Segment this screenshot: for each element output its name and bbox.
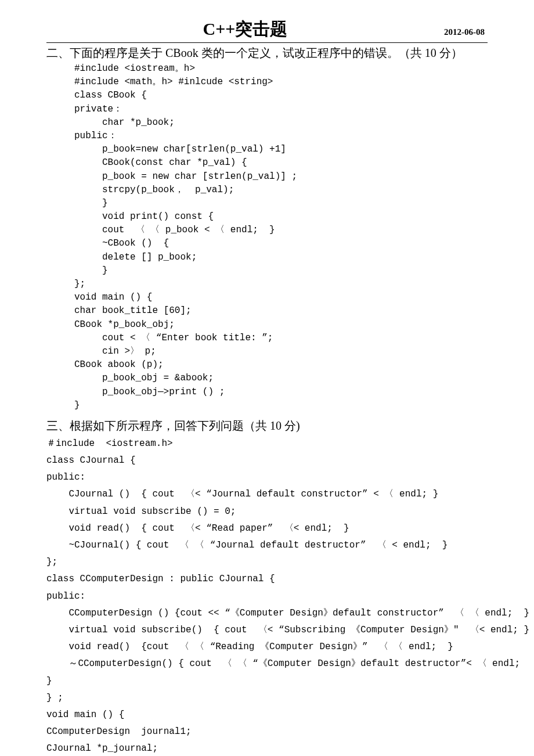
section-2-code: #include <iostream。h> #include <math。h> … — [46, 62, 488, 412]
section-3-code: ＃include <iostream.h> class CJournal { p… — [46, 437, 488, 756]
code-line: void read() { cout 〈< “Read paper” 〈< en… — [46, 522, 488, 535]
code-line: ~CBook () { — [46, 237, 488, 250]
code-line: virtual void subscribe () = 0; — [46, 505, 488, 519]
code-line: ~CJournal() { cout 〈 〈 “Journal default … — [46, 539, 488, 552]
code-line: CComputerDesign () {cout << “《Computer D… — [46, 607, 488, 620]
code-line: private： — [46, 103, 488, 116]
code-line: } — [46, 197, 488, 210]
code-line: p_book = new char [strlen(p_val)] ; — [46, 170, 488, 183]
code-line: } — [46, 264, 488, 278]
code-line: class CJournal { — [46, 454, 488, 467]
code-line: strcpy(p_book， p_val); — [46, 183, 488, 197]
page-title: C++突击题 — [46, 17, 444, 41]
code-line: public: — [46, 471, 488, 484]
code-line: char *p_book; — [46, 116, 488, 129]
code-line: void read() {cout 〈 〈 “Reading 《Computer… — [46, 640, 488, 654]
section-2-heading: 二、下面的程序是关于 CBook 类的一个定义，试改正程序中的错误。（共 10 … — [46, 45, 488, 61]
code-line: CJournal () { cout 〈< “Journal default c… — [46, 488, 488, 501]
section-3-heading: 三、根据如下所示程序，回答下列问题（共 10 分) — [46, 418, 488, 434]
code-line: ～CComputerDesign() { cout 〈 〈 “《Computer… — [46, 657, 488, 671]
code-line: #include <math。h> #inlcude <string> — [46, 75, 488, 89]
code-line: CBook(const char *p_val) { — [46, 156, 488, 170]
code-line: char book_title [60]; — [46, 304, 488, 318]
code-line: p_book_obj—>print () ; — [46, 386, 488, 399]
header-row: C++突击题 2012-06-08 — [46, 17, 488, 43]
code-line: class CBook { — [46, 89, 488, 102]
code-line: CComputerDesign journal1; — [46, 725, 488, 739]
code-line: delete [] p_book; — [46, 251, 488, 264]
code-line: void main () { — [46, 291, 488, 304]
code-line: public: — [46, 590, 488, 603]
code-line: }; — [46, 556, 488, 569]
code-line: CJournal *p_journal; — [46, 742, 488, 755]
code-line: void main () { — [46, 708, 488, 722]
code-line: #include <iostream。h> — [46, 62, 488, 75]
page: C++突击题 2012-06-08 二、下面的程序是关于 CBook 类的一个定… — [0, 0, 534, 756]
code-line: ＃include <iostream.h> — [46, 437, 488, 451]
code-line: void print() const { — [46, 210, 488, 224]
code-line: cout 〈 〈 p_book < 〈 endl; } — [46, 224, 488, 237]
code-line: }; — [46, 278, 488, 291]
code-line: p_book=new char[strlen(p_val) +1] — [46, 143, 488, 156]
code-line: virtual void subscribe() { cout 〈< “Subs… — [46, 624, 488, 637]
code-line: cin >〉 p; — [46, 345, 488, 358]
code-line: p_book_obj = &abook; — [46, 372, 488, 385]
code-line: CBook abook (p); — [46, 358, 488, 372]
code-line: cout < 〈 “Enter book title: ”; — [46, 332, 488, 345]
code-line: class CComputerDesign : public CJournal … — [46, 573, 488, 586]
code-line: } ; — [46, 692, 488, 705]
code-line: public： — [46, 129, 488, 143]
code-line: CBook *p_book_obj; — [46, 318, 488, 332]
page-date: 2012-06-08 — [444, 27, 488, 37]
code-line: } — [46, 399, 488, 412]
code-line: } — [46, 675, 488, 688]
